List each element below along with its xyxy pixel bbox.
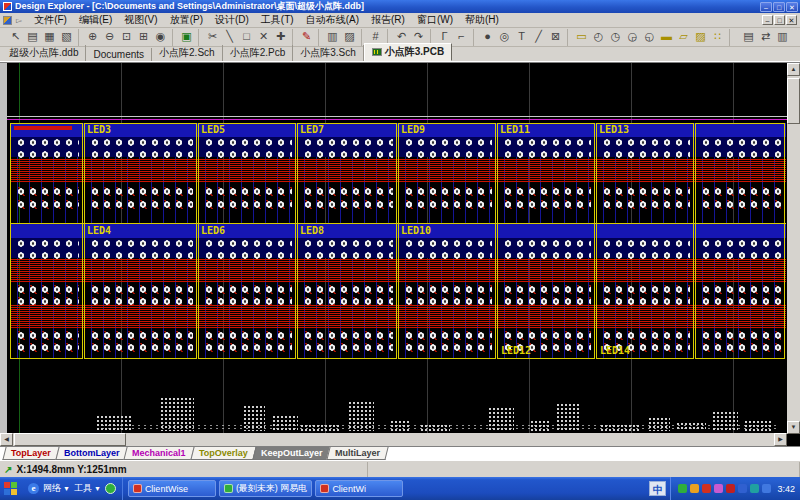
- ie-icon[interactable]: e: [28, 483, 39, 494]
- tab-超级小点阵.ddb[interactable]: 超级小点阵.ddb: [2, 45, 86, 61]
- save-icon[interactable]: ▦: [41, 29, 58, 45]
- rotate-180-icon[interactable]: ◶: [624, 29, 641, 45]
- minimize-button[interactable]: –: [760, 2, 772, 12]
- tray-orange-icon[interactable]: [690, 484, 699, 493]
- tray-flag-icon[interactable]: [702, 484, 711, 493]
- tray-blue-icon[interactable]: [738, 484, 747, 493]
- paste-array-icon[interactable]: ∷: [709, 29, 726, 45]
- tab-小点阵2.Pcb[interactable]: 小点阵2.Pcb: [223, 45, 294, 61]
- layer-tab-Mechanical1[interactable]: Mechanical1: [124, 447, 195, 460]
- task-button-2[interactable]: ClientWi: [315, 480, 403, 497]
- pcb-canvas[interactable]: LED3LED4LED5LED6LED7LED8LED9LED10LED11LE…: [0, 63, 787, 434]
- rotate-90-icon[interactable]: ◷: [607, 29, 624, 45]
- library-up-icon[interactable]: ▥: [324, 29, 341, 45]
- doc-restore-button[interactable]: □: [774, 15, 785, 25]
- select-area-icon[interactable]: □: [238, 29, 255, 45]
- rotate-270-icon[interactable]: ◵: [641, 29, 658, 45]
- network-menu[interactable]: 网络▼: [43, 482, 70, 495]
- report-icon[interactable]: ▤: [740, 29, 757, 45]
- pad-icon[interactable]: ●: [479, 29, 496, 45]
- tray-shield-icon[interactable]: [762, 484, 771, 493]
- doc-close-button[interactable]: ✕: [786, 15, 797, 25]
- menu-item-4[interactable]: 设计(D): [209, 13, 255, 27]
- menu-item-3[interactable]: 放置(P): [164, 13, 209, 27]
- language-bar[interactable]: 中: [649, 481, 666, 496]
- zoom-in-icon[interactable]: ⊕: [84, 29, 101, 45]
- menu-item-6[interactable]: 自动布线(A): [300, 13, 365, 27]
- line-icon[interactable]: ╲: [221, 29, 238, 45]
- array-icon[interactable]: ▨: [692, 29, 709, 45]
- knife-icon[interactable]: ✂: [204, 29, 221, 45]
- taskbar: e网络▼工具▼ ClientWise(最刻未来) 网易电ClientWi 中 3…: [0, 477, 800, 500]
- cross-probe-icon[interactable]: ⇄: [757, 29, 774, 45]
- open-icon[interactable]: ▤: [24, 29, 41, 45]
- fill-icon[interactable]: ▬: [658, 29, 675, 45]
- auto-route-icon[interactable]: ⌐: [453, 29, 470, 45]
- scroll-up-button[interactable]: ▲: [787, 63, 800, 76]
- polygon-icon[interactable]: ▱: [675, 29, 692, 45]
- silkscreen-cluster: [530, 420, 550, 431]
- pencil-icon[interactable]: ✎: [298, 29, 315, 45]
- zoom-window-icon[interactable]: ⊡: [118, 29, 135, 45]
- task-button-0[interactable]: ClientWise: [128, 480, 216, 497]
- menu-item-7[interactable]: 报告(R): [365, 13, 411, 27]
- tray-green-icon[interactable]: [678, 484, 687, 493]
- move-icon[interactable]: ✚: [272, 29, 289, 45]
- maximize-button[interactable]: □: [773, 2, 785, 12]
- zoom-point-icon[interactable]: ◉: [152, 29, 169, 45]
- menu-item-9[interactable]: 帮助(H): [459, 13, 505, 27]
- vertical-scroll-thumb[interactable]: [787, 78, 800, 124]
- scroll-down-button[interactable]: ▼: [787, 421, 800, 434]
- pcb-module-label: LED10: [401, 225, 431, 237]
- zoom-board-icon[interactable]: ⊞: [135, 29, 152, 45]
- cursor-icon[interactable]: ↖: [7, 29, 24, 45]
- scroll-left-button[interactable]: ◀: [0, 433, 13, 446]
- vertical-scrollbar[interactable]: ▲ ▼: [787, 63, 800, 434]
- tray-messenger-icon[interactable]: [714, 484, 723, 493]
- browse-library-icon[interactable]: ▣: [178, 29, 195, 45]
- via-icon[interactable]: ◎: [496, 29, 513, 45]
- green-app-icon[interactable]: [105, 483, 116, 494]
- module-outline: [596, 123, 694, 359]
- tray-teal-shield-icon[interactable]: [750, 484, 759, 493]
- silkscreen-cluster: [160, 397, 194, 431]
- menu-item-2[interactable]: 视图(V): [118, 13, 163, 27]
- rotate-cw-icon[interactable]: ◴: [590, 29, 607, 45]
- print-icon[interactable]: ▧: [58, 29, 75, 45]
- tab-小点阵3.Sch[interactable]: 小点阵3.Sch: [293, 45, 364, 61]
- task-button-1[interactable]: (最刻未来) 网易电: [219, 480, 313, 497]
- tab-小点阵2.Sch[interactable]: 小点阵2.Sch: [152, 45, 223, 61]
- menu-item-0[interactable]: 文件(F): [28, 13, 73, 27]
- layer-tab-TopOverlay[interactable]: TopOverlay: [190, 447, 256, 460]
- doc-minimize-button[interactable]: –: [762, 15, 773, 25]
- tray-red-icon[interactable]: [726, 484, 735, 493]
- tab-Documents[interactable]: Documents: [86, 48, 152, 61]
- menu-item-1[interactable]: 编辑(E): [73, 13, 118, 27]
- layer-tab-KeepOutLayer[interactable]: KeepOutLayer: [252, 447, 331, 460]
- layer-tab-BottomLayer[interactable]: BottomLayer: [55, 447, 128, 460]
- library-down-icon[interactable]: ▨: [341, 29, 358, 45]
- panel-icon[interactable]: ▥: [774, 29, 791, 45]
- titlebar[interactable]: Design Explorer - [C:\Documents and Sett…: [0, 0, 800, 13]
- room-icon[interactable]: ▭: [573, 29, 590, 45]
- track-icon[interactable]: ╱: [530, 29, 547, 45]
- silkscreen-cluster: [676, 422, 706, 431]
- zoom-out-icon[interactable]: ⊖: [101, 29, 118, 45]
- menu-item-5[interactable]: 工具(T): [255, 13, 300, 27]
- horizontal-scrollbar[interactable]: ◀ ▶: [0, 433, 787, 446]
- layer-tab-TopLayer[interactable]: TopLayer: [2, 447, 59, 460]
- layer-tab-MultiLayer[interactable]: MultiLayer: [327, 447, 389, 460]
- tools-menu[interactable]: 工具▼: [74, 482, 101, 495]
- cursor-arrow-icon: ↗: [4, 464, 12, 475]
- dimension-icon[interactable]: ⊠: [547, 29, 564, 45]
- horizontal-scroll-thumb[interactable]: [14, 433, 126, 446]
- scroll-right-button[interactable]: ▶: [774, 433, 787, 446]
- layer-tab-label: TopLayer: [11, 447, 51, 460]
- tab-label: Documents: [93, 49, 144, 60]
- text-icon[interactable]: T: [513, 29, 530, 45]
- close-button[interactable]: ✕: [786, 2, 798, 12]
- start-button[interactable]: [4, 482, 18, 496]
- tab-小点阵3.PCB[interactable]: 小点阵3.PCB: [364, 43, 452, 61]
- menu-item-8[interactable]: 窗口(W): [411, 13, 459, 27]
- deselect-icon[interactable]: ✕: [255, 29, 272, 45]
